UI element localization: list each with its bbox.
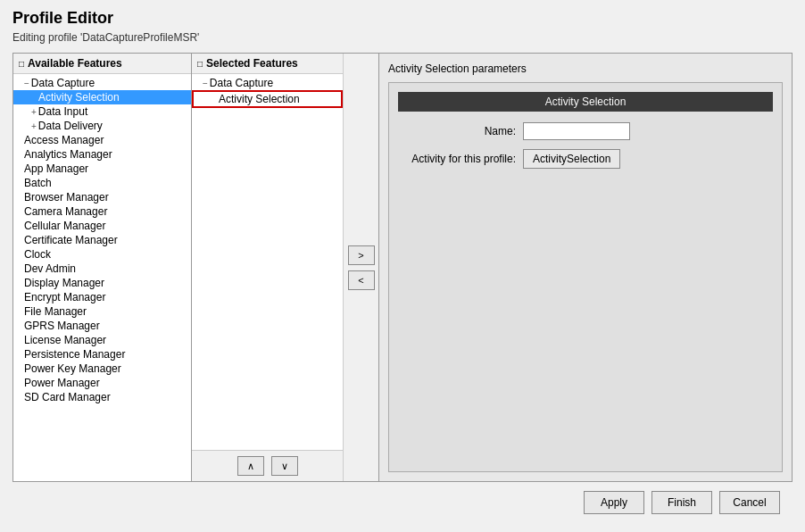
activity-selection-button[interactable]: ActivitySelection — [523, 149, 620, 169]
tree-item-label: Data Input — [38, 105, 87, 118]
tree-item-label: Camera Manager — [24, 205, 107, 218]
parameters-title: Activity Selection parameters — [388, 62, 783, 75]
tree-item-label: Power Key Manager — [24, 362, 121, 375]
tree-item-label: Activity Selection — [38, 91, 120, 104]
activity-label: Activity for this profile: — [398, 153, 523, 165]
tree-item-label: Clock — [24, 248, 51, 261]
tree-item-label: File Manager — [24, 305, 87, 318]
tree-item-sd-card-manager[interactable]: SD Card Manager — [13, 390, 191, 404]
page-title: Profile Editor — [12, 9, 793, 28]
tree-item-label: Encrypt Manager — [24, 291, 105, 303]
tree-item-analytics-manager[interactable]: Analytics Manager — [13, 147, 191, 162]
tree-item-app-manager[interactable]: App Manager — [13, 162, 191, 176]
tree-item-access-manager[interactable]: Access Manager — [13, 133, 191, 147]
parameters-panel: Activity Selection parameters Activity S… — [379, 54, 792, 481]
footer-buttons: Apply Finish Cancel — [12, 482, 793, 523]
tree-item-label: Access Manager — [24, 134, 104, 146]
move-up-button[interactable]: ∧ — [237, 456, 264, 476]
expand-icon: + — [31, 107, 37, 117]
tree-item-label: SD Card Manager — [24, 391, 111, 403]
collapse-selected-icon[interactable]: □ — [197, 59, 203, 69]
tree-item-batch[interactable]: Batch — [13, 176, 191, 190]
expand-icon: − — [24, 79, 29, 88]
selected-features-header: □ Selected Features — [192, 54, 343, 74]
available-features-label: Available Features — [28, 57, 122, 70]
bottom-move-buttons: ∧ ∨ — [192, 450, 343, 481]
tree-item-label: Data Capture — [210, 77, 273, 89]
tree-item-label: Power Manager — [24, 377, 100, 389]
move-buttons-panel: > < — [343, 54, 378, 481]
remove-button[interactable]: < — [348, 270, 375, 290]
tree-item-label: Browser Manager — [24, 191, 109, 204]
tree-item-power-key-manager[interactable]: Power Key Manager — [13, 362, 191, 376]
selected-tree: − Data Capture Activity Selection — [192, 74, 343, 450]
expand-icon: + — [31, 121, 37, 131]
tree-item-display-manager[interactable]: Display Manager — [13, 276, 191, 290]
selected-tree-item-root[interactable]: − Data Capture — [192, 76, 343, 90]
apply-button[interactable]: Apply — [584, 491, 644, 514]
tree-item-label: Persistence Manager — [24, 348, 125, 361]
tree-item-label: Activity Selection — [219, 93, 300, 105]
tree-item-label: Dev Admin — [24, 262, 76, 275]
name-label: Name: — [398, 125, 523, 137]
selected-features-panel: □ Selected Features − Data Capture Activ… — [192, 54, 343, 481]
param-content-header: Activity Selection — [398, 92, 773, 112]
cancel-button[interactable]: Cancel — [719, 491, 780, 514]
tree-item-label: License Manager — [24, 334, 106, 346]
tree-item-file-manager[interactable]: File Manager — [13, 304, 191, 319]
tree-item-clock[interactable]: Clock — [13, 247, 191, 262]
tree-item-dev-admin[interactable]: Dev Admin — [13, 262, 191, 276]
tree-item-label: Certificate Manager — [24, 234, 118, 246]
param-name-row: Name: — [398, 122, 773, 140]
tree-item-label: Batch — [24, 177, 52, 189]
tree-item-certificate-manager[interactable]: Certificate Manager — [13, 233, 191, 247]
tree-item-data-input[interactable]: + Data Input — [13, 104, 191, 119]
selected-tree-item-activity-selection[interactable]: Activity Selection — [192, 90, 343, 108]
tree-item-activity-selection[interactable]: Activity Selection — [13, 90, 191, 104]
tree-item-label: GPRS Manager — [24, 320, 100, 332]
tree-item-browser-manager[interactable]: Browser Manager — [13, 190, 191, 204]
tree-item-label: Analytics Manager — [24, 148, 112, 161]
tree-item-data-delivery[interactable]: + Data Delivery — [13, 119, 191, 133]
tree-item-label: Data Delivery — [38, 120, 103, 132]
tree-item-data-capture-root[interactable]: − Data Capture — [13, 76, 191, 90]
name-input[interactable] — [523, 122, 630, 140]
param-activity-row: Activity for this profile: ActivitySelec… — [398, 149, 773, 169]
move-down-button[interactable]: ∨ — [271, 456, 298, 476]
tree-item-cellular-manager[interactable]: Cellular Manager — [13, 219, 191, 233]
tree-item-label: Cellular Manager — [24, 220, 105, 232]
middle-section: □ Selected Features − Data Capture Activ… — [192, 54, 379, 481]
available-features-panel: □ Available Features − Data Capture Acti… — [13, 54, 192, 481]
parameters-content: Activity Selection Name: Activity for th… — [388, 82, 783, 472]
tree-item-label: Display Manager — [24, 277, 104, 289]
selected-features-label: Selected Features — [206, 57, 298, 70]
tree-item-power-manager[interactable]: Power Manager — [13, 376, 191, 390]
tree-item-camera-manager[interactable]: Camera Manager — [13, 204, 191, 219]
finish-button[interactable]: Finish — [651, 491, 712, 514]
tree-item-license-manager[interactable]: License Manager — [13, 333, 191, 347]
available-features-tree: − Data Capture Activity Selection + Data… — [13, 74, 191, 481]
tree-item-persistence-manager[interactable]: Persistence Manager — [13, 347, 191, 362]
tree-item-label: App Manager — [24, 162, 88, 175]
available-features-header: □ Available Features — [13, 54, 191, 74]
tree-item-label: Data Capture — [31, 77, 95, 89]
expand-icon: − — [203, 79, 208, 88]
collapse-available-icon[interactable]: □ — [19, 59, 24, 69]
editing-label: Editing profile 'DataCaptureProfileMSR' — [12, 31, 793, 44]
tree-item-gprs-manager[interactable]: GPRS Manager — [13, 319, 191, 333]
add-button[interactable]: > — [348, 245, 375, 265]
tree-item-encrypt-manager[interactable]: Encrypt Manager — [13, 290, 191, 304]
